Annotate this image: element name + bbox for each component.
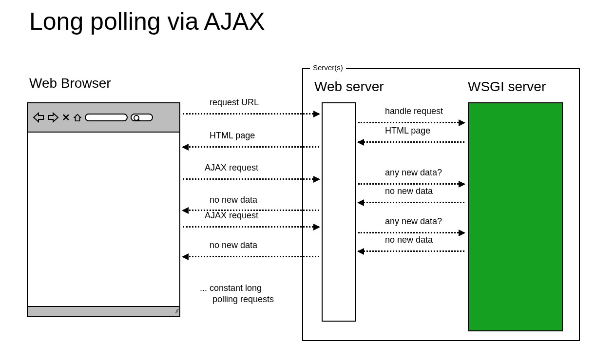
home-icon bbox=[73, 113, 82, 122]
msg-request-url: request URL bbox=[210, 97, 259, 108]
arrow-html-page-r bbox=[358, 141, 464, 143]
note-line2: polling requests bbox=[200, 294, 274, 304]
arrow-anynew-1 bbox=[358, 183, 464, 185]
msg-handle-request: handle request bbox=[385, 106, 443, 116]
arrow-ajax-1 bbox=[183, 178, 319, 180]
arrow-nonew-2 bbox=[183, 256, 319, 257]
arrow-handle-request bbox=[358, 122, 464, 123]
msg-nonew-r1: no new data bbox=[385, 186, 433, 196]
browser-statusbar: /// bbox=[28, 306, 179, 316]
msg-nonew-2: no new data bbox=[210, 240, 257, 250]
back-arrow-icon bbox=[33, 112, 44, 123]
arrow-nonew-1 bbox=[183, 210, 319, 211]
msg-nonew-r2: no new data bbox=[385, 235, 433, 245]
msg-nonew-1: no new data bbox=[210, 195, 257, 205]
note-line1: ... constant long bbox=[200, 283, 262, 293]
msg-anynew-1: any new data? bbox=[385, 168, 442, 178]
wsgi-lifeline bbox=[468, 102, 563, 331]
browser-label: Web Browser bbox=[29, 76, 111, 91]
arrow-request-url bbox=[183, 113, 319, 115]
arrow-nonew-r2 bbox=[358, 250, 464, 252]
arrow-html-page bbox=[183, 146, 319, 148]
arrow-nonew-r1 bbox=[358, 202, 464, 203]
webserver-label: Web server bbox=[314, 79, 384, 95]
diagram-title: Long polling via AJAX bbox=[29, 7, 265, 36]
msg-html-page: HTML page bbox=[210, 131, 255, 141]
search-box bbox=[131, 114, 153, 121]
wsgi-label: WSGI server bbox=[468, 79, 546, 95]
msg-ajax-2: AJAX request bbox=[205, 211, 258, 221]
msg-html-page-r: HTML page bbox=[385, 126, 430, 136]
msg-anynew-2: any new data? bbox=[385, 216, 442, 227]
server-group-label: Server(s) bbox=[310, 63, 346, 72]
stop-icon: ✕ bbox=[62, 112, 70, 123]
webserver-lifeline bbox=[322, 102, 356, 322]
browser-window: ✕ /// bbox=[27, 102, 180, 317]
url-bar bbox=[85, 114, 128, 121]
forward-arrow-icon bbox=[47, 112, 59, 123]
arrow-ajax-2 bbox=[183, 226, 319, 228]
polling-note: ... constant long polling requests bbox=[200, 283, 274, 306]
resize-grip-icon: /// bbox=[175, 308, 177, 315]
msg-ajax-1: AJAX request bbox=[205, 163, 258, 173]
arrow-anynew-2 bbox=[358, 232, 464, 233]
browser-toolbar: ✕ bbox=[28, 103, 179, 133]
